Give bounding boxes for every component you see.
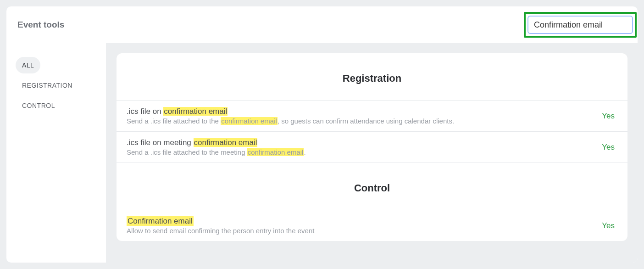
section-heading-control: Control [117,163,627,210]
setting-row-text: Confirmation email Allow to send email c… [127,217,602,235]
setting-row[interactable]: Confirmation email Allow to send email c… [117,210,627,241]
top-bar: Event tools [6,6,638,43]
sidebar-item-all[interactable]: ALL [16,57,40,73]
setting-value: Yes [602,221,617,230]
setting-description: Send a .ics file attached to the meeting… [127,148,602,156]
sidebar: ALL REGISTRATION CONTROL [6,43,106,263]
highlight: confirmation email [247,148,304,156]
setting-value: Yes [602,143,617,152]
sidebar-item-registration[interactable]: REGISTRATION [16,77,79,94]
setting-row[interactable]: .ics file on confirmation email Send a .… [117,101,627,132]
setting-title: .ics file on meeting confirmation email [127,138,602,147]
body: ALL REGISTRATION CONTROL Registration .i… [6,43,638,263]
setting-row-text: .ics file on meeting confirmation email … [127,138,602,156]
setting-value: Yes [602,112,617,121]
setting-title: .ics file on confirmation email [127,107,602,116]
highlight: confirmation email [163,107,228,116]
setting-description: Send a .ics file attached to the confirm… [127,117,602,125]
main-panel: Registration .ics file on confirmation e… [106,43,638,263]
setting-title: Confirmation email [127,217,602,226]
setting-row[interactable]: .ics file on meeting confirmation email … [117,132,627,163]
search-input[interactable] [527,16,633,34]
app-container: Event tools ALL REGISTRATION CONTROL Reg… [6,6,638,263]
sidebar-item-control[interactable]: CONTROL [16,97,61,114]
page-title: Event tools [17,20,64,30]
section-heading-registration: Registration [117,53,627,101]
search-highlight-frame [524,12,637,38]
setting-description: Allow to send email confirming the perso… [127,227,602,235]
highlight: confirmation email [194,138,258,147]
setting-row-text: .ics file on confirmation email Send a .… [127,107,602,125]
highlight: confirmation email [221,117,278,125]
highlight: Confirmation email [127,216,194,226]
settings-card: Registration .ics file on confirmation e… [117,53,627,241]
